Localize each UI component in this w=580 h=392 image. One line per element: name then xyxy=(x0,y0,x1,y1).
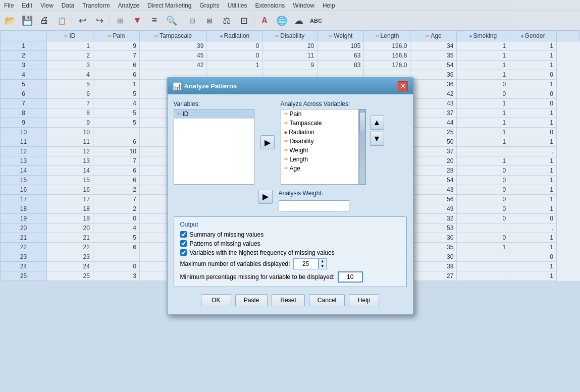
weight-row: ▶ Analysis Weight: xyxy=(258,190,407,211)
min-pct-label: Minimum percentage missing for variable … xyxy=(180,273,335,281)
output-legend: Output xyxy=(180,221,400,228)
analyze-item-weight-label: Weight xyxy=(290,147,308,154)
dialog-close-button[interactable]: ✕ xyxy=(398,81,408,91)
max-vars-spinner: ▲ ▼ xyxy=(319,258,327,269)
analyze-item-tampascale-label: Tampascale xyxy=(290,120,322,127)
move-down-button[interactable]: ▼ xyxy=(370,132,384,146)
variables-label: Variables: xyxy=(174,100,254,107)
analyze-item-length-label: Length xyxy=(290,156,308,163)
cb-highest-freq[interactable] xyxy=(180,249,187,256)
output-section: Output Summary of missing values Pattern… xyxy=(174,216,407,287)
cb-patterns-row: Patterns of missing values xyxy=(180,240,400,247)
cb-highest-freq-label: Variables with the highest frequency of … xyxy=(190,249,335,256)
dialog-title-icon: 📊 xyxy=(173,82,181,90)
move-to-analyze-button[interactable]: ▶ xyxy=(260,135,275,149)
max-vars-input[interactable] xyxy=(293,258,319,269)
move-to-weight-button[interactable]: ▶ xyxy=(258,190,273,204)
cb-highest-row: Variables with the highest frequency of … xyxy=(180,249,400,256)
cb-patterns[interactable] xyxy=(180,240,187,247)
updown-col: ▲ ▼ xyxy=(370,100,384,185)
analyze-item-pain-label: Pain xyxy=(290,110,302,118)
max-vars-up[interactable]: ▲ xyxy=(319,259,326,264)
analyze-listbox[interactable]: ✏ Pain ✏ Tampascale ● Radiation xyxy=(281,109,359,185)
analyze-panel: Analyze Across Variables: ✏ Pain ✏ Tampa… xyxy=(281,100,366,185)
max-vars-label: Maximum number of variables displayed: xyxy=(180,260,290,267)
analyze-item-disability-label: Disability xyxy=(290,138,314,145)
analyze-item-disability[interactable]: ✏ Disability xyxy=(281,137,358,146)
analyze-item-tampascale[interactable]: ✏ Tampascale xyxy=(281,119,358,128)
max-vars-row: Maximum number of variables displayed: ▲… xyxy=(180,258,400,269)
dialog-panels: Variables: ✏ ID ▶ Analyze Across Variabl… xyxy=(174,100,407,185)
arrow-col-1: ▶ xyxy=(258,100,277,185)
analyze-item-age[interactable]: ✏ Age xyxy=(281,164,358,173)
analyze-item-radiation[interactable]: ● Radiation xyxy=(281,128,358,137)
analyze-item-length[interactable]: ✏ Length xyxy=(281,155,358,164)
cb-summary[interactable] xyxy=(180,231,187,238)
dialog-title: Analyze Patterns xyxy=(184,82,237,90)
weight-section: Analysis Weight: xyxy=(279,190,349,211)
variables-panel: Variables: ✏ ID xyxy=(174,100,254,185)
analyze-item-pain[interactable]: ✏ Pain xyxy=(281,109,358,119)
paste-button[interactable]: Paste xyxy=(235,294,268,306)
dialog-buttons: OK Paste Reset Cancel Help xyxy=(174,292,407,308)
analyze-item-age-label: Age xyxy=(290,165,300,172)
cb-summary-label: Summary of missing values xyxy=(190,231,264,238)
move-up-button[interactable]: ▲ xyxy=(370,116,384,130)
weight-label: Analysis Weight: xyxy=(279,190,349,197)
analyze-item-weight[interactable]: ✏ Weight xyxy=(281,146,358,155)
analyze-scrollbar[interactable] xyxy=(359,109,366,185)
vars-listbox-item-id[interactable]: ✏ ID xyxy=(174,109,254,119)
dialog-titlebar: 📊 Analyze Patterns ✕ xyxy=(168,78,413,94)
cb-patterns-label: Patterns of missing values xyxy=(190,240,260,247)
cancel-button[interactable]: Cancel xyxy=(309,294,345,306)
min-pct-row: Minimum percentage missing for variable … xyxy=(180,271,400,283)
analyze-item-radiation-label: Radiation xyxy=(289,129,314,136)
cb-summary-row: Summary of missing values xyxy=(180,231,400,238)
max-vars-down[interactable]: ▼ xyxy=(319,264,326,269)
reset-button[interactable]: Reset xyxy=(272,294,304,306)
variables-listbox[interactable]: ✏ ID xyxy=(174,109,254,185)
modal-overlay: 📊 Analyze Patterns ✕ Variables: ✏ ID xyxy=(0,0,580,391)
min-pct-input[interactable] xyxy=(338,271,363,283)
analyze-patterns-dialog: 📊 Analyze Patterns ✕ Variables: ✏ ID xyxy=(167,77,414,315)
help-button[interactable]: Help xyxy=(349,294,379,306)
weight-input[interactable] xyxy=(279,200,349,211)
ok-button[interactable]: OK xyxy=(201,294,231,306)
analyze-label: Analyze Across Variables: xyxy=(281,100,366,107)
vars-item-id-label: ID xyxy=(183,110,189,118)
dialog-body: Variables: ✏ ID ▶ Analyze Across Variabl… xyxy=(168,94,413,314)
